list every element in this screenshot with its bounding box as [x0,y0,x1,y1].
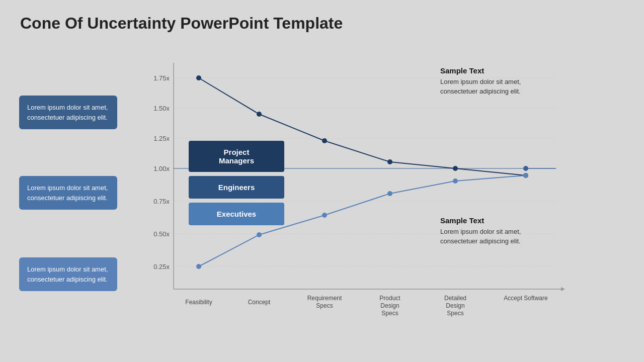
sample-text-top-body: Lorem ipsum dolor sit amet,consectetuer … [440,78,521,96]
info-box-1-text: Lorem ipsum dolor sit amet, consectetuer… [27,104,108,121]
svg-point-36 [257,232,262,237]
info-box-3-text: Lorem ipsum dolor sit amet, consectetuer… [27,265,108,283]
svg-text:0.50x: 0.50x [153,230,170,238]
svg-text:1.75x: 1.75x [153,74,170,82]
page-title: Cone Of Uncertainty PowerPoint Template [20,14,343,33]
sample-text-top: Sample Text Lorem ipsum dolor sit amet,c… [440,65,521,97]
svg-point-30 [257,112,262,117]
svg-point-32 [387,159,392,164]
svg-text:Product: Product [379,295,400,302]
svg-point-40 [523,173,528,178]
svg-text:1.00x: 1.00x [153,165,170,172]
svg-text:Design: Design [380,302,399,309]
svg-point-38 [387,191,392,196]
svg-text:Feasibility: Feasibility [185,299,212,306]
svg-text:Accept Software: Accept Software [504,295,548,302]
svg-text:0.25x: 0.25x [153,263,170,270]
sample-text-bottom-heading: Sample Text [440,216,484,225]
svg-text:1.25x: 1.25x [153,135,170,142]
svg-point-33 [453,166,458,171]
svg-text:Requirement: Requirement [307,295,342,302]
svg-point-35 [196,264,201,269]
info-box-2-text: Lorem ipsum dolor sit amet, consectetuer… [27,184,108,202]
svg-point-31 [322,138,327,143]
engineers-button[interactable]: Engineers [189,176,284,199]
info-box-1: Lorem ipsum dolor sit amet, consectetuer… [19,96,117,129]
sample-text-bottom-body: Lorem ipsum dolor sit amet,consectetuer … [440,228,521,245]
svg-text:Concept: Concept [248,299,271,306]
svg-text:Specs: Specs [447,310,463,317]
info-box-2: Lorem ipsum dolor sit amet, consectetuer… [19,176,117,210]
svg-text:0.75x: 0.75x [153,198,170,205]
svg-text:Specs: Specs [381,310,398,317]
svg-point-29 [196,75,201,80]
project-managers-button[interactable]: ProjectManagers [189,141,284,172]
svg-point-37 [322,213,327,218]
svg-text:Detailed: Detailed [444,295,466,302]
svg-text:1.50x: 1.50x [153,105,170,112]
sample-text-bottom: Sample Text Lorem ipsum dolor sit amet,c… [440,215,521,246]
svg-text:Specs: Specs [316,302,333,309]
role-buttons: ProjectManagers Engineers Executives [189,141,284,225]
info-box-3: Lorem ipsum dolor sit amet, consectetuer… [19,257,117,291]
svg-point-39 [453,178,458,184]
svg-text:Design: Design [446,302,464,309]
executives-button[interactable]: Executives [189,203,284,225]
sample-text-top-heading: Sample Text [440,66,484,75]
svg-point-42 [523,166,528,171]
